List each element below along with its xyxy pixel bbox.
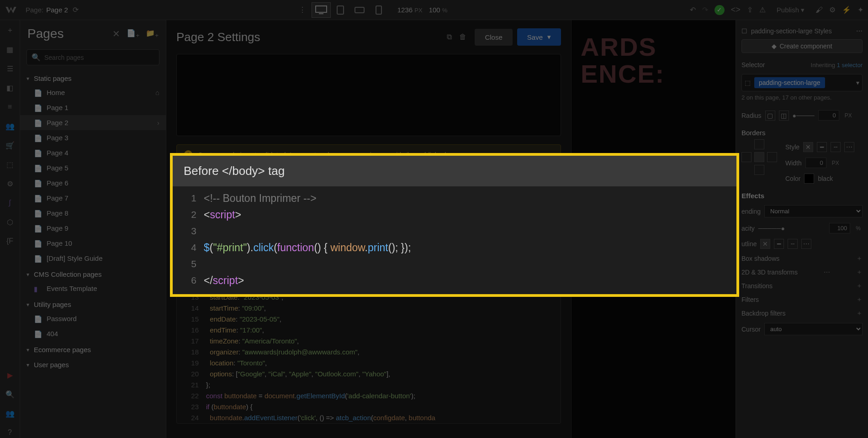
device-mobile-landscape-button[interactable] (350, 2, 369, 18)
new-folder-icon[interactable]: 📁+ (146, 29, 159, 39)
outline-none-icon[interactable]: ✕ (760, 239, 770, 249)
selector-chip[interactable]: padding-section-large (754, 77, 825, 88)
page-item[interactable]: 📄Page 7 (20, 190, 166, 206)
video-icon[interactable]: ▶ (5, 369, 16, 380)
add-backdrop-icon[interactable]: ＋ (856, 309, 863, 317)
navigator-icon[interactable]: ☰ (5, 63, 16, 74)
undo-icon[interactable]: ↶ (690, 5, 696, 14)
page-item[interactable]: 📄Page 6 (20, 175, 166, 190)
new-page-icon[interactable]: 📄+ (127, 29, 139, 39)
search-pages-input[interactable]: 🔍 (26, 49, 159, 65)
close-button[interactable]: Close (475, 29, 512, 46)
radius-input[interactable] (818, 110, 839, 121)
redo-icon[interactable]: ↷ (702, 5, 708, 14)
border-solid-icon[interactable]: ━ (817, 142, 827, 152)
border-width-input[interactable] (805, 158, 826, 168)
refresh-icon[interactable]: ⟳ (73, 5, 79, 14)
page-name[interactable]: Page 2 (46, 6, 68, 14)
add-shadow-icon[interactable]: ＋ (856, 254, 863, 263)
page-item[interactable]: 📄Page 3 (20, 130, 166, 145)
border-left[interactable] (741, 152, 752, 162)
pages-icon[interactable]: ▦ (5, 44, 16, 55)
assets-icon[interactable]: ⬡ (5, 216, 16, 227)
selector-input[interactable]: ⬚ padding-section-large ▾ (741, 74, 863, 91)
audit-icon[interactable]: ⚠ (759, 5, 766, 14)
section-static-pages[interactable]: Static pages (20, 70, 166, 85)
device-tablet-button[interactable] (331, 2, 350, 18)
border-all[interactable] (754, 152, 764, 162)
add-filter-icon[interactable]: ＋ (856, 296, 863, 304)
device-mobile-button[interactable] (369, 2, 388, 18)
page-item[interactable]: 📄Page 4 (20, 145, 166, 160)
border-dotted-icon[interactable]: ⋯ (844, 142, 854, 152)
panel-menu-icon[interactable]: ⋮ (295, 2, 310, 18)
border-right[interactable] (767, 152, 777, 162)
element-checkbox-icon[interactable]: ☐ (741, 27, 747, 35)
body-code-editor[interactable]: 13 startDate: "2023-05-03",14 startTime:… (176, 291, 561, 424)
ecommerce-icon[interactable]: 🛒 (5, 140, 16, 151)
help-icon[interactable]: ? (5, 427, 16, 438)
opacity-slider[interactable]: ─────● (758, 225, 826, 232)
section-user-pages[interactable]: User pages (20, 356, 166, 371)
cursor-select[interactable]: auto (764, 323, 863, 335)
transform-more-icon[interactable]: ⋯ (824, 269, 830, 276)
interactions-icon[interactable]: ⚡ (842, 5, 851, 14)
selector-state-dropdown[interactable]: ▾ (856, 79, 859, 86)
logic-icon[interactable]: ⬚ (5, 159, 16, 170)
border-bottom[interactable] (754, 165, 764, 175)
page-item[interactable]: 📄Home⌂ (20, 85, 166, 100)
outline-dashed-icon[interactable]: ╌ (788, 239, 798, 249)
page-item[interactable]: 📄[Draft] Style Guide (20, 251, 166, 266)
head-code-editor[interactable] (176, 54, 561, 136)
page-item[interactable]: 📄Page 8 (20, 206, 166, 221)
page-item[interactable]: 📄Page 2› (20, 115, 166, 130)
page-item[interactable]: 📄Page 9 (20, 221, 166, 236)
effects-section[interactable]: Effects (741, 186, 863, 202)
radius-individual-icon[interactable]: ◫ (779, 111, 789, 121)
settings-icon[interactable]: ⚙ (5, 178, 16, 189)
section-ecommerce-pages[interactable]: Ecommerce pages (20, 341, 166, 356)
borders-section[interactable]: Borders (741, 123, 863, 139)
border-color-swatch[interactable] (804, 174, 814, 184)
outline-solid-icon[interactable]: ━ (774, 239, 784, 249)
brush-icon[interactable]: 🖌 (815, 6, 823, 14)
opacity-input[interactable] (829, 223, 850, 233)
more-icon[interactable]: ⋯ (856, 27, 863, 35)
settings-gear-icon[interactable]: ⚙ (829, 5, 836, 14)
code-icon[interactable]: <> (731, 5, 741, 15)
callout-code[interactable]: 1<!-- Bouton Imprimer -->2<script>34$("#… (173, 186, 736, 294)
apps-icon[interactable]: ∫ (5, 197, 16, 208)
border-none-icon[interactable]: ✕ (803, 142, 813, 152)
border-top[interactable] (754, 139, 764, 149)
export-icon[interactable]: ⇪ (747, 5, 753, 14)
radius-all-icon[interactable]: ▢ (765, 111, 775, 121)
blending-select[interactable]: Normal (764, 205, 863, 217)
add-element-icon[interactable]: ＋ (5, 25, 16, 36)
audit-rail-icon[interactable]: 👥 (5, 408, 16, 419)
more-icon[interactable]: ✦ (857, 5, 863, 14)
save-button[interactable]: Save▾ (517, 28, 561, 46)
page-item[interactable]: 📄Page 10 (20, 236, 166, 251)
border-dashed-icon[interactable]: ╌ (831, 142, 841, 152)
copy-icon[interactable]: ⧉ (447, 33, 452, 41)
close-pages-icon[interactable]: ✕ (112, 28, 120, 39)
page-item[interactable]: 📄Page 5 (20, 160, 166, 175)
zoom-level[interactable]: 100 % (429, 6, 448, 14)
page-item[interactable]: ▮Events Template (20, 281, 166, 296)
canvas-width[interactable]: 1236 PX (397, 6, 423, 14)
variables-icon[interactable]: {F (5, 236, 16, 247)
page-item[interactable]: 📄Page 1 (20, 100, 166, 115)
add-transform-icon[interactable]: ＋ (856, 268, 863, 276)
search-icon[interactable]: 🔍 (5, 389, 16, 400)
publish-button[interactable]: Publish ▾ (777, 6, 804, 14)
cms-icon[interactable]: ≡ (5, 101, 16, 112)
section-utility-pages[interactable]: Utility pages (20, 296, 166, 311)
section-cms-pages[interactable]: CMS Collection pages (20, 266, 166, 281)
page-item[interactable]: 📄404 (20, 326, 166, 341)
radius-slider[interactable]: ●──── (793, 112, 815, 119)
page-item[interactable]: 📄Password (20, 311, 166, 326)
add-transition-icon[interactable]: ＋ (856, 282, 863, 290)
users-icon[interactable]: 👥 (5, 121, 16, 132)
components-icon[interactable]: ◧ (5, 82, 16, 93)
device-desktop-button[interactable] (312, 2, 331, 18)
